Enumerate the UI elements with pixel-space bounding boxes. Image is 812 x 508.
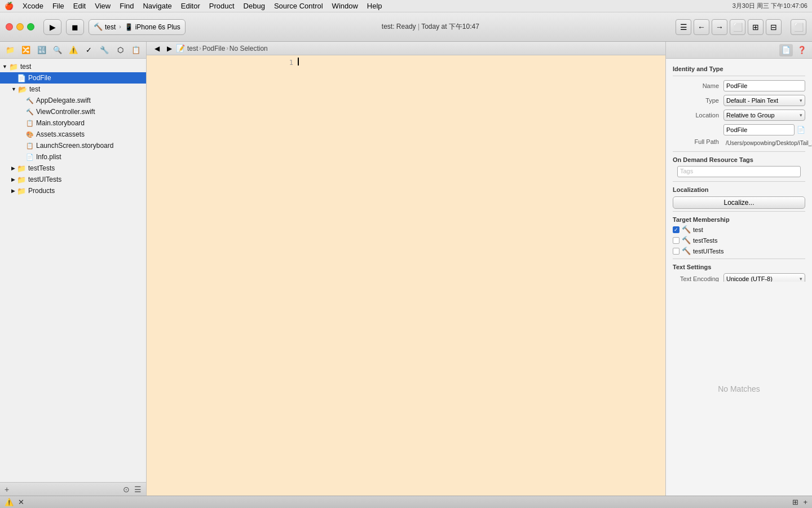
navigator-toggle[interactable]: ☰ bbox=[676, 19, 691, 35]
breadcrumb-no-selection[interactable]: No Selection bbox=[230, 45, 268, 52]
forward-button[interactable]: → bbox=[712, 19, 727, 35]
target-checkbox-testuitests[interactable] bbox=[673, 248, 679, 255]
tree-item-appdelegate[interactable]: ▶ 🔨 AppDelegate.swift bbox=[0, 95, 146, 106]
nav-test[interactable]: ✓ bbox=[82, 44, 95, 56]
tree-label-testuitests: testUITests bbox=[28, 176, 61, 183]
apple-menu[interactable]: 🍎 bbox=[5, 2, 14, 10]
target-icon-testuitests: 🔨 bbox=[682, 247, 691, 255]
file-inspector-tab[interactable]: 📄 bbox=[779, 44, 793, 56]
tree-label-mainstoryboard: Main.storyboard bbox=[36, 119, 85, 127]
nav-log[interactable]: 📋 bbox=[129, 44, 143, 56]
filter-button[interactable]: ⊙ bbox=[123, 485, 130, 494]
tree-item-assets[interactable]: ▶ 🎨 Assets.xcassets bbox=[0, 129, 146, 140]
hierarchy-button[interactable]: ☰ bbox=[134, 485, 142, 494]
scheme-selector[interactable]: 🔨 test › 📱 iPhone 6s Plus bbox=[89, 19, 186, 35]
tree-item-test-root[interactable]: ▼ 📁 test bbox=[0, 61, 146, 72]
nav-debug[interactable]: 🔧 bbox=[98, 44, 111, 56]
toolbar-right: ☰ ← → ⬜ ⊞ ⊟ ⬜ bbox=[676, 19, 806, 35]
run-button[interactable]: ▶ bbox=[43, 19, 61, 35]
identity-section-header: Identity and Type bbox=[666, 63, 812, 73]
target-label-testtests: testTests bbox=[693, 237, 717, 244]
close-button[interactable] bbox=[6, 23, 13, 30]
main-layout: 📁 🔀 🔣 🔍 ⚠️ ✓ 🔧 ⬡ 📋 ▼ 📁 test ▶ 📄 PodFile bbox=[0, 42, 812, 496]
fullpath-value: /Users/powpowbing/Desktop/iTail_Xcode/te… bbox=[723, 138, 812, 148]
localize-button[interactable]: Localize... bbox=[673, 196, 805, 209]
triangle-icon[interactable]: ▼ bbox=[11, 86, 16, 92]
toolbar: ▶ ◼ 🔨 test › 📱 iPhone 6s Plus test: Read… bbox=[0, 12, 812, 42]
menu-source-control[interactable]: Source Control bbox=[274, 2, 323, 10]
location-select[interactable]: Relative to Group ▾ bbox=[723, 110, 805, 121]
stop-button[interactable]: ◼ bbox=[66, 19, 84, 35]
menu-product[interactable]: Product bbox=[209, 2, 235, 10]
no-matches-area: No Matches bbox=[666, 282, 812, 496]
menu-edit[interactable]: Edit bbox=[73, 2, 86, 10]
menu-view[interactable]: View bbox=[95, 2, 111, 10]
nav-issue[interactable]: ⚠️ bbox=[67, 44, 80, 56]
quick-help-tab[interactable]: ❓ bbox=[795, 44, 809, 56]
triangle-icon[interactable]: ▶ bbox=[11, 188, 15, 194]
tree-item-infoplist[interactable]: ▶ 📄 Info.plist bbox=[0, 151, 146, 163]
on-demand-section-header: On Demand Resource Tags bbox=[666, 154, 812, 164]
nav-back-button[interactable]: ◀ bbox=[151, 43, 162, 54]
tree-item-testuitests[interactable]: ▶ 📁 testUITests bbox=[0, 174, 146, 185]
inspector-panel: 📄 ❓ Identity and Type Name PodFile Type … bbox=[665, 42, 812, 496]
standard-editor[interactable]: ⬜ bbox=[730, 19, 745, 35]
tree-label-podfile: PodFile bbox=[28, 74, 51, 82]
tree-item-launchscreen[interactable]: ▶ 📋 LaunchScreen.storyboard bbox=[0, 140, 146, 151]
tree-item-mainstoryboard[interactable]: ▶ 📋 Main.storyboard bbox=[0, 117, 146, 129]
tree-item-test-group[interactable]: ▼ 📂 test bbox=[0, 84, 146, 95]
breadcrumb-bar: ◀ ▶ 📝 test › PodFile › No Selection bbox=[147, 42, 665, 55]
tree-item-podfile[interactable]: ▶ 📄 PodFile bbox=[0, 72, 146, 84]
location-row: Location Relative to Group ▾ bbox=[666, 108, 812, 122]
utility-toggle[interactable]: ⬜ bbox=[791, 19, 806, 35]
breadcrumb-test[interactable]: test bbox=[187, 45, 198, 52]
nav-breakpoint[interactable]: ⬡ bbox=[113, 44, 127, 56]
back-button[interactable]: ← bbox=[694, 19, 709, 35]
tags-field[interactable]: Tags bbox=[677, 166, 801, 177]
triangle-icon[interactable]: ▼ bbox=[2, 64, 7, 69]
maximize-button[interactable] bbox=[27, 23, 34, 30]
tree-item-testtests[interactable]: ▶ 📁 testTests bbox=[0, 163, 146, 174]
menu-navigate[interactable]: Navigate bbox=[143, 2, 171, 10]
assistant-editor[interactable]: ⊞ bbox=[748, 19, 764, 35]
nav-symbol[interactable]: 🔣 bbox=[35, 44, 48, 56]
target-checkbox-testtests[interactable] bbox=[673, 237, 679, 244]
minimize-button[interactable] bbox=[16, 23, 24, 30]
error-icon[interactable]: ✕ bbox=[18, 498, 24, 506]
name-field[interactable]: PodFile bbox=[723, 80, 805, 91]
menu-help[interactable]: Help bbox=[367, 2, 382, 10]
filename-field[interactable]: PodFile bbox=[723, 124, 795, 135]
triangle-icon[interactable]: ▶ bbox=[11, 165, 15, 171]
breadcrumb-podfile[interactable]: PodFile bbox=[202, 45, 226, 52]
type-select[interactable]: Default - Plain Text ▾ bbox=[723, 95, 805, 106]
version-editor[interactable]: ⊟ bbox=[766, 19, 782, 35]
type-label: Type bbox=[673, 97, 723, 104]
traffic-lights bbox=[6, 23, 34, 30]
tree-item-viewcontroller[interactable]: ▶ 🔨 ViewController.swift bbox=[0, 106, 146, 117]
menu-file[interactable]: File bbox=[52, 2, 64, 10]
add-file-button[interactable]: + bbox=[5, 485, 9, 494]
nav-project[interactable]: 📁 bbox=[3, 44, 17, 56]
plus-icon[interactable]: + bbox=[803, 498, 807, 506]
menu-window[interactable]: Window bbox=[332, 2, 358, 10]
tree-label-test-group: test bbox=[29, 85, 40, 93]
menu-find[interactable]: Find bbox=[120, 2, 134, 10]
tree-label-appdelegate: AppDelegate.swift bbox=[36, 97, 91, 104]
tree-item-products[interactable]: ▶ 📁 Products bbox=[0, 185, 146, 196]
name-row: Name PodFile bbox=[666, 78, 812, 93]
triangle-icon[interactable]: ▶ bbox=[11, 177, 15, 182]
nav-find[interactable]: 🔍 bbox=[51, 44, 64, 56]
grid-icon[interactable]: ⊞ bbox=[792, 498, 798, 506]
navigator-panel: 📁 🔀 🔣 🔍 ⚠️ ✓ 🔧 ⬡ 📋 ▼ 📁 test ▶ 📄 PodFile bbox=[0, 42, 147, 496]
code-editor[interactable]: 1 bbox=[147, 55, 665, 496]
localization-section-header: Localization bbox=[666, 184, 812, 194]
nav-forward-button[interactable]: ▶ bbox=[164, 43, 175, 54]
warning-icon[interactable]: ⚠️ bbox=[5, 498, 14, 506]
menu-xcode[interactable]: Xcode bbox=[23, 2, 43, 10]
nav-source-control[interactable]: 🔀 bbox=[19, 44, 33, 56]
encoding-select[interactable]: Unicode (UTF-8) ▾ bbox=[723, 273, 805, 282]
target-section-header: Target Membership bbox=[666, 214, 812, 224]
menu-editor[interactable]: Editor bbox=[181, 2, 200, 10]
target-checkbox-test[interactable]: ✓ bbox=[673, 226, 679, 233]
menu-debug[interactable]: Debug bbox=[244, 2, 265, 10]
